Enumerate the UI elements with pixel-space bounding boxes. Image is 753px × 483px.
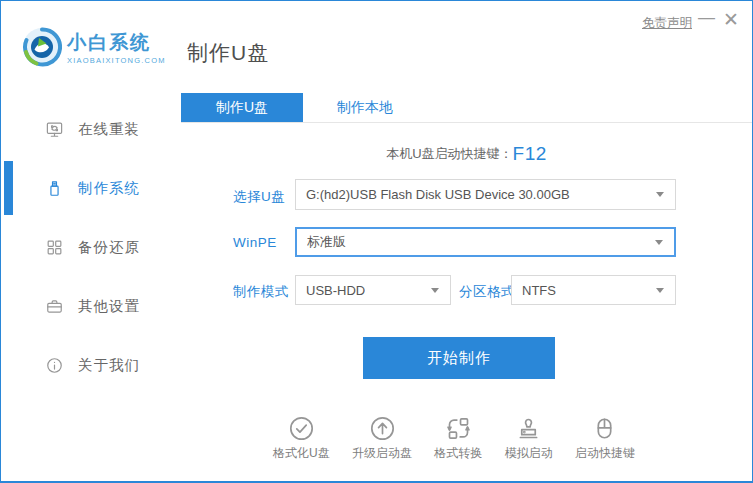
tool-boot-hotkey[interactable]: 启动快捷键 bbox=[575, 415, 635, 462]
usb-select[interactable]: G:(hd2)USB Flash Disk USB Device 30.00GB bbox=[295, 179, 676, 210]
format-usb-icon bbox=[288, 415, 315, 442]
info-icon bbox=[45, 356, 64, 375]
tools-row: 格式化U盘 升级启动盘 格式 bbox=[273, 415, 635, 462]
chevron-down-icon bbox=[431, 288, 439, 293]
tool-format-convert[interactable]: 格式转换 bbox=[434, 415, 482, 462]
chevron-down-icon bbox=[655, 240, 663, 245]
tool-label: 格式转换 bbox=[434, 445, 482, 462]
sidebar-item-label: 在线重装 bbox=[78, 120, 140, 139]
close-button[interactable]: ✕ bbox=[723, 11, 739, 29]
simulate-boot-icon bbox=[515, 415, 542, 442]
brand-domain: XIAOBAIXITONG.COM bbox=[67, 56, 166, 65]
sidebar-item-other-settings[interactable]: 其他设置 bbox=[1, 292, 181, 320]
winpe-select-label: WinPE bbox=[233, 235, 277, 250]
boot-hotkey-prefix: 本机U盘启动快捷键： bbox=[386, 146, 512, 161]
format-convert-icon bbox=[445, 415, 472, 442]
chevron-down-icon bbox=[656, 192, 664, 197]
tab-make-local[interactable]: 制作本地 bbox=[303, 93, 427, 123]
tab-underline bbox=[181, 122, 752, 123]
partition-select-value: NTFS bbox=[522, 283, 556, 298]
toolbox-icon bbox=[45, 297, 64, 316]
mode-select-value: USB-HDD bbox=[306, 283, 365, 298]
sidebar-item-label: 制作系统 bbox=[78, 179, 140, 198]
backup-restore-icon bbox=[45, 238, 64, 257]
usb-drive-icon bbox=[45, 179, 64, 198]
brand-text: 小白系统 XIAOBAIXITONG.COM bbox=[67, 32, 166, 65]
sidebar-item-make-system[interactable]: 制作系统 bbox=[1, 174, 181, 202]
tool-label: 模拟启动 bbox=[505, 445, 553, 462]
usb-select-label: 选择U盘 bbox=[233, 188, 285, 206]
brand-logo-icon bbox=[22, 27, 62, 67]
start-make-button[interactable]: 开始制作 bbox=[363, 337, 555, 379]
winpe-select[interactable]: 标准版 bbox=[295, 227, 676, 257]
tool-format-usb[interactable]: 格式化U盘 bbox=[273, 415, 330, 462]
tab-make-usb[interactable]: 制作U盘 bbox=[181, 93, 303, 123]
partition-select-label: 分区格式 bbox=[459, 283, 515, 301]
boot-hotkey-line: 本机U盘启动快捷键：F12 bbox=[181, 143, 752, 165]
winpe-select-value: 标准版 bbox=[307, 233, 346, 251]
tool-label: 启动快捷键 bbox=[575, 445, 635, 462]
partition-select[interactable]: NTFS bbox=[511, 275, 676, 305]
brand-name: 小白系统 bbox=[67, 32, 166, 54]
minimize-button[interactable]: — bbox=[698, 9, 715, 27]
tool-label: 格式化U盘 bbox=[273, 445, 330, 462]
tool-label: 升级启动盘 bbox=[352, 445, 412, 462]
boot-hotkey-value: F12 bbox=[513, 143, 547, 164]
upgrade-boot-icon bbox=[369, 415, 396, 442]
tool-simulate-boot[interactable]: 模拟启动 bbox=[505, 415, 553, 462]
sidebar-item-about-us[interactable]: 关于我们 bbox=[1, 351, 181, 379]
mode-select[interactable]: USB-HDD bbox=[295, 275, 451, 305]
sidebar-item-backup-restore[interactable]: 备份还原 bbox=[1, 233, 181, 261]
chevron-down-icon bbox=[656, 288, 664, 293]
boot-hotkey-icon bbox=[591, 415, 618, 442]
sidebar-item-label: 其他设置 bbox=[78, 297, 140, 316]
app-window: 小白系统 XIAOBAIXITONG.COM 制作U盘 免责声明 — ✕ 在线重… bbox=[0, 0, 753, 483]
sidebar-item-label: 关于我们 bbox=[78, 356, 140, 375]
monitor-reinstall-icon bbox=[45, 120, 64, 139]
sidebar-item-online-reinstall[interactable]: 在线重装 bbox=[1, 115, 181, 143]
disclaimer-link[interactable]: 免责声明 bbox=[642, 15, 692, 32]
usb-select-value: G:(hd2)USB Flash Disk USB Device 30.00GB bbox=[306, 187, 570, 202]
tool-upgrade-boot[interactable]: 升级启动盘 bbox=[352, 415, 412, 462]
sidebar-item-label: 备份还原 bbox=[78, 238, 140, 257]
mode-select-label: 制作模式 bbox=[233, 283, 289, 301]
page-title: 制作U盘 bbox=[187, 39, 269, 67]
